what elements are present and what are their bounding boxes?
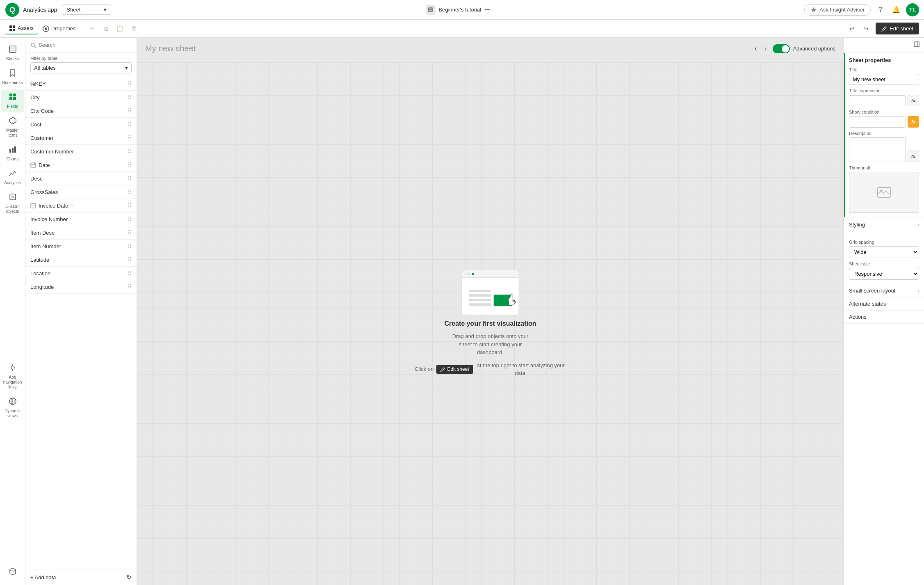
collapse-panel-btn[interactable]: [913, 41, 920, 49]
svg-rect-7: [9, 29, 12, 31]
add-data-btn[interactable]: + Add data: [30, 574, 56, 580]
sidebar-item-sheets[interactable]: Sheets: [1, 42, 24, 65]
drag-handle-icon[interactable]: ⠿: [128, 162, 132, 168]
sidebar-item-data[interactable]: [1, 564, 24, 581]
field-item[interactable]: Date › ⠿: [25, 158, 137, 172]
drag-handle-icon[interactable]: ⠿: [128, 175, 132, 182]
edit-icon: [881, 26, 887, 32]
grid-spacing-select[interactable]: Wide: [849, 246, 919, 258]
drag-handle-icon[interactable]: ⠿: [128, 283, 132, 290]
sidebar-item-custom-objects[interactable]: Custom objects: [1, 190, 24, 217]
field-item[interactable]: Latitude ⠿: [25, 253, 137, 267]
custom-objects-icon: [9, 193, 17, 203]
cut-btn[interactable]: ✂: [85, 22, 98, 35]
styling-row[interactable]: Styling ›: [844, 217, 924, 232]
svg-rect-11: [9, 46, 16, 53]
thumbnail-box[interactable]: [849, 172, 919, 213]
sheet-dropdown[interactable]: Sheet ▾: [62, 5, 111, 15]
field-item[interactable]: Cost ⠿: [25, 118, 137, 131]
drag-handle-icon[interactable]: ⠿: [128, 80, 132, 87]
app-nav-label: App navigation links: [3, 375, 23, 390]
svg-rect-33: [31, 163, 36, 167]
sidebar-item-fields[interactable]: Fields: [1, 89, 24, 112]
field-item[interactable]: Longitude ⠿: [25, 280, 137, 294]
field-item[interactable]: City ⠿: [25, 91, 137, 104]
delete-btn[interactable]: 🗑: [127, 22, 140, 35]
tutorial-more-btn[interactable]: •••: [484, 7, 490, 13]
drag-handle-icon[interactable]: ⠿: [128, 189, 132, 195]
show-condition-row: fx: [849, 116, 919, 128]
sidebar-item-analyses[interactable]: Analyses: [1, 166, 24, 189]
field-item[interactable]: Customer Number ⠿: [25, 145, 137, 158]
field-item[interactable]: Customer ⠿: [25, 131, 137, 145]
field-item[interactable]: City Code ⠿: [25, 104, 137, 118]
drag-handle-icon[interactable]: ⠿: [128, 121, 132, 128]
redo-btn[interactable]: ↪: [859, 22, 872, 35]
field-item[interactable]: Invoice Number ⠿: [25, 213, 137, 226]
drag-handle-icon[interactable]: ⠿: [128, 243, 132, 249]
field-item[interactable]: GrossSales ⠿: [25, 185, 137, 199]
svg-rect-16: [9, 97, 12, 100]
search-input[interactable]: [39, 42, 132, 48]
sidebar-item-dynamic-views[interactable]: Dynamic views: [1, 394, 24, 422]
advanced-options-toggle[interactable]: [773, 44, 790, 53]
grid-spacing-section: Grid spacing Wide Sheet size Responsive: [844, 232, 924, 284]
alternate-states-item[interactable]: Alternate states: [844, 297, 924, 311]
styling-label: Styling: [849, 222, 865, 228]
drag-handle-icon[interactable]: ⠿: [128, 202, 132, 209]
help-icon[interactable]: ?: [875, 4, 886, 16]
nav-center: Beginner's tutorial •••: [116, 5, 799, 15]
drag-handle-icon[interactable]: ⠿: [128, 94, 132, 101]
thumbnail-placeholder-icon: [877, 185, 892, 200]
refresh-btn[interactable]: ↻: [126, 574, 132, 581]
tutorial-name: Beginner's tutorial: [439, 7, 481, 13]
drag-handle-icon[interactable]: ⠿: [128, 256, 132, 263]
sidebar-icons: Sheets Bookmarks Fields Master items Cha…: [0, 38, 25, 585]
field-item[interactable]: Location ⠿: [25, 267, 137, 280]
field-item[interactable]: Item Number ⠿: [25, 240, 137, 253]
field-item[interactable]: Item Desc ⠿: [25, 226, 137, 240]
sidebar-item-bookmarks[interactable]: Bookmarks: [1, 66, 24, 89]
charts-icon: [9, 145, 17, 155]
drag-handle-icon[interactable]: ⠿: [128, 107, 132, 114]
properties-icon: [43, 25, 49, 32]
sidebar-item-charts[interactable]: Charts: [1, 142, 24, 165]
sheet-size-select[interactable]: Responsive: [849, 268, 919, 280]
sidebar-item-master-items[interactable]: Master items: [1, 113, 24, 141]
show-condition-fx-btn[interactable]: fx: [908, 116, 919, 128]
small-screen-layout-item[interactable]: Small screen layout ›: [844, 284, 924, 297]
properties-tab[interactable]: Properties: [39, 23, 80, 34]
avatar[interactable]: TL: [906, 3, 919, 16]
field-item[interactable]: %KEY ⠿: [25, 77, 137, 91]
show-condition-input[interactable]: [849, 117, 906, 128]
description-fx-btn[interactable]: fx: [908, 151, 919, 162]
title-expr-input[interactable]: [849, 95, 906, 106]
drag-handle-icon[interactable]: ⠿: [128, 148, 132, 155]
actions-item[interactable]: Actions: [844, 311, 924, 324]
undo-btn[interactable]: ↩: [845, 22, 858, 35]
description-textarea[interactable]: [849, 137, 906, 162]
drag-handle-icon[interactable]: ⠿: [128, 229, 132, 236]
field-item[interactable]: Desc ⠿: [25, 172, 137, 185]
canvas-next-btn[interactable]: ›: [763, 43, 769, 55]
drag-handle-icon[interactable]: ⠿: [128, 135, 132, 141]
fields-label: Fields: [7, 104, 18, 109]
copy-btn[interactable]: ⧉: [99, 22, 112, 35]
drag-handle-icon[interactable]: ⠿: [128, 216, 132, 222]
drag-handle-icon[interactable]: ⠿: [128, 270, 132, 277]
bookmarks-label: Bookmarks: [2, 80, 23, 85]
notifications-icon[interactable]: 🔔: [890, 4, 902, 16]
sidebar-item-app-nav[interactable]: App navigation links: [1, 360, 24, 393]
title-expr-fx-btn[interactable]: fx: [908, 95, 919, 106]
create-viz-desc3: at the top right to start analyzing your…: [476, 361, 566, 377]
fields-list: %KEY ⠿ City ⠿ City Code ⠿ Cost ⠿ Custome…: [25, 77, 137, 569]
field-item[interactable]: Invoice Date › ⠿: [25, 199, 137, 213]
title-input[interactable]: [849, 74, 919, 85]
svg-rect-20: [12, 148, 14, 153]
assets-tab[interactable]: Assets: [5, 23, 38, 34]
insight-advisor-btn[interactable]: Ask Insight Advisor: [804, 4, 871, 16]
filter-dropdown[interactable]: All tables ▾: [30, 62, 132, 73]
canvas-prev-btn[interactable]: ‹: [753, 43, 759, 55]
edit-sheet-btn[interactable]: Edit sheet: [876, 23, 919, 34]
paste-btn[interactable]: 📋: [113, 22, 126, 35]
